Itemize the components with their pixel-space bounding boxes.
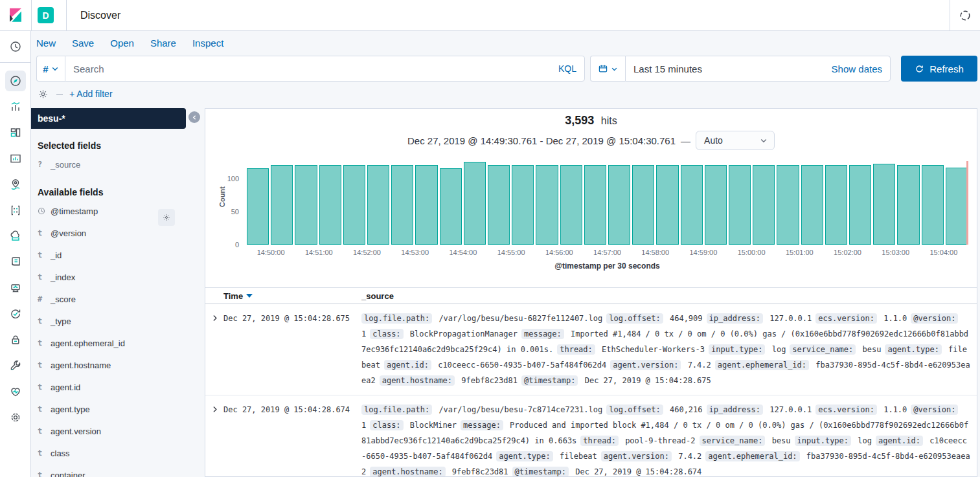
field-item-_source[interactable]: ?_source <box>31 153 205 175</box>
field-key-badge: log.offset: <box>606 405 663 415</box>
menu-inspect[interactable]: Inspect <box>192 38 223 49</box>
histogram-bar[interactable] <box>512 165 534 245</box>
field-item-class[interactable]: tclass <box>31 442 205 464</box>
field-item-container[interactable]: tcontainer <box>31 464 205 477</box>
histogram-bar[interactable] <box>801 165 823 245</box>
expand-row-icon[interactable] <box>211 314 219 388</box>
saved-query-dropdown[interactable]: # <box>36 56 65 82</box>
field-key-badge: input.type: <box>795 436 851 446</box>
filter-settings-gear-icon[interactable] <box>38 89 49 100</box>
histogram-bar[interactable] <box>536 165 558 245</box>
x-tick-label: 14:56:00 <box>545 249 573 256</box>
rail-item-dev-tools[interactable] <box>0 353 31 379</box>
interval-select[interactable]: Auto <box>696 131 775 150</box>
histogram-bar[interactable] <box>319 165 341 245</box>
collapse-sidebar-button[interactable] <box>188 111 200 123</box>
add-filter-link[interactable]: + Add filter <box>69 89 113 99</box>
histogram-bar[interactable] <box>560 165 582 245</box>
expand-row-icon[interactable] <box>211 405 219 476</box>
histogram-bar[interactable] <box>464 162 486 245</box>
rail-item-management[interactable] <box>0 405 31 430</box>
show-dates-link[interactable]: Show dates <box>832 63 882 74</box>
field-item-_index[interactable]: t_index <box>31 266 205 288</box>
rail-item-machine-learning[interactable] <box>0 197 31 223</box>
histogram-bar[interactable] <box>946 168 968 245</box>
histogram-bar[interactable] <box>681 165 703 245</box>
histogram-bar[interactable] <box>367 165 389 245</box>
histogram-bar[interactable] <box>705 165 727 245</box>
rail-item-maps[interactable] <box>0 172 31 197</box>
time-end-marker <box>966 161 968 245</box>
rail-item-recently-viewed[interactable] <box>0 31 31 62</box>
histogram-bar[interactable] <box>825 165 847 245</box>
field-name: _score <box>51 294 76 304</box>
histogram-bar[interactable] <box>584 165 606 245</box>
histogram-bar[interactable] <box>295 165 317 245</box>
histogram-bar[interactable] <box>271 165 293 245</box>
histogram-bar[interactable] <box>922 165 944 245</box>
field-item-agent.version[interactable]: tagent.version <box>31 420 205 442</box>
rail-item-apm[interactable] <box>0 275 31 301</box>
rail-item-stack-monitoring[interactable] <box>0 379 31 405</box>
kql-label[interactable]: KQL <box>558 63 576 74</box>
menu-share[interactable]: Share <box>150 38 176 49</box>
metrics-icon <box>5 226 26 247</box>
results-panel: 3,593 hits Dec 27, 2019 @ 14:49:30.761 -… <box>205 108 977 477</box>
histogram-bar[interactable] <box>632 165 654 245</box>
histogram-bar[interactable] <box>777 165 799 245</box>
rail-item-logs[interactable] <box>0 249 31 275</box>
field-item-agent.ephemeral_id[interactable]: tagent.ephemeral_id <box>31 332 205 354</box>
rail-item-dashboard[interactable] <box>0 120 31 146</box>
rail-item-siem[interactable] <box>0 327 31 353</box>
histogram-bar[interactable] <box>415 165 437 245</box>
kibana-logo-icon[interactable] <box>0 0 31 30</box>
field-key-badge: class: <box>370 329 403 339</box>
menu-open[interactable]: Open <box>110 38 134 49</box>
field-item-agent.id[interactable]: tagent.id <box>31 376 205 398</box>
rail-item-discover[interactable] <box>0 68 31 94</box>
header-band: New Save Open Share Inspect # KQL <box>31 31 980 107</box>
field-key-badge: @timestamp: <box>512 467 569 476</box>
histogram-bar[interactable] <box>343 165 365 245</box>
field-key-badge: message: <box>461 420 503 430</box>
range-separator: — <box>681 135 690 146</box>
rail-item-canvas[interactable] <box>0 146 31 172</box>
menu-save[interactable]: Save <box>72 38 94 49</box>
hits-label: hits <box>601 115 617 126</box>
field-item-agent.type[interactable]: tagent.type <box>31 398 205 420</box>
histogram-bar[interactable] <box>656 165 678 245</box>
histogram-bar[interactable] <box>873 164 895 245</box>
field-value-pair: agent.type: filebeat <box>496 452 597 461</box>
histogram-bar[interactable] <box>753 165 775 245</box>
calendar-button[interactable] <box>590 56 625 82</box>
field-item-_score[interactable]: #_score <box>31 288 205 310</box>
histogram-bar[interactable] <box>608 165 630 245</box>
field-item-_id[interactable]: t_id <box>31 244 205 266</box>
histogram-bar[interactable] <box>897 165 919 245</box>
field-item-agent.hostname[interactable]: tagent.hostname <box>31 354 205 376</box>
refresh-icon <box>915 64 924 74</box>
rail-item-uptime[interactable] <box>0 301 31 327</box>
rail-item-metrics[interactable] <box>0 223 31 249</box>
histogram-bar[interactable] <box>391 165 413 245</box>
search-input[interactable] <box>73 63 553 74</box>
time-range-value[interactable]: Last 15 minutes <box>633 63 832 74</box>
field-item-@timestamp[interactable]: @timestamp <box>31 200 205 222</box>
histogram-bar[interactable] <box>849 165 871 245</box>
histogram-bar[interactable] <box>729 165 751 245</box>
fields-settings-button[interactable] <box>158 209 175 226</box>
field-type-icon: t <box>38 383 51 392</box>
menu-new[interactable]: New <box>36 38 56 49</box>
histogram-bar[interactable] <box>440 168 462 245</box>
histogram-bar[interactable] <box>247 168 269 245</box>
page-title: Discover <box>80 10 120 21</box>
field-key-badge: ip_address: <box>707 313 763 324</box>
histogram-bar[interactable] <box>488 165 510 245</box>
field-item-@version[interactable]: t@version <box>31 222 205 244</box>
rail-item-visualize[interactable] <box>0 94 31 120</box>
time-column-header[interactable]: Time <box>223 291 361 301</box>
help-icon[interactable] <box>950 0 980 30</box>
field-item-_type[interactable]: t_type <box>31 310 205 332</box>
refresh-button[interactable]: Refresh <box>901 56 977 82</box>
index-pattern-selector[interactable]: besu-* <box>31 108 186 129</box>
